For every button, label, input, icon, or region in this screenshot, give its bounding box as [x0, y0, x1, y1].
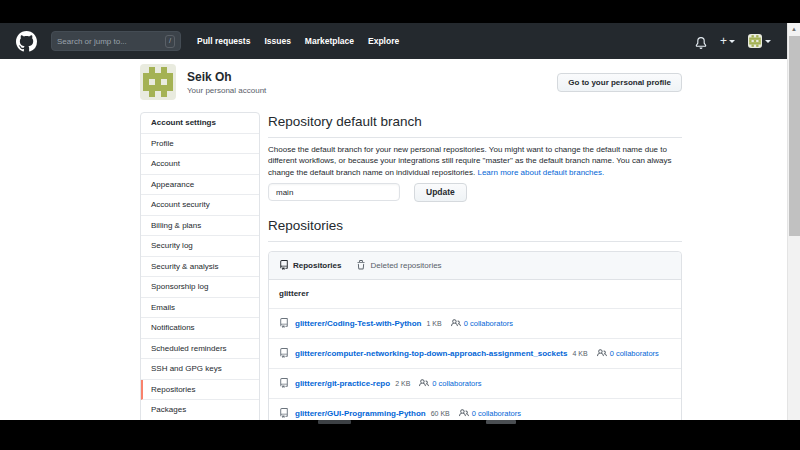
bell-icon[interactable]	[695, 35, 707, 47]
nav-explore[interactable]: Explore	[368, 36, 399, 46]
repo-row: glitterer/computer-networking-top-down-a…	[269, 339, 681, 369]
create-new-button[interactable]: +	[720, 35, 735, 47]
scroll-up-icon[interactable]: ▲	[788, 23, 800, 34]
tab-repositories[interactable]: Repositories	[279, 260, 341, 270]
sidebar-item-packages[interactable]: Packages	[141, 400, 259, 421]
default-branch-description-text: Choose the default branch for your new p…	[268, 145, 672, 177]
sidebar-item-account-security[interactable]: Account security	[141, 195, 259, 216]
repo-link[interactable]: glitterer/git-practice-repo	[295, 379, 390, 388]
scrollbar-thumb[interactable]	[789, 36, 800, 236]
update-button[interactable]: Update	[414, 183, 467, 202]
default-branch-title: Repository default branch	[268, 112, 682, 138]
sidebar-item-profile[interactable]: Profile	[141, 134, 259, 155]
user-menu-button[interactable]	[748, 34, 771, 48]
github-header: Search or jump to... / Pull requests Iss…	[0, 23, 787, 59]
sidebar-item-ssh-gpg-keys[interactable]: SSH and GPG keys	[141, 359, 259, 380]
collaborators-link[interactable]: 0 collaborators	[464, 319, 513, 328]
screen: Search or jump to... / Pull requests Iss…	[0, 0, 800, 450]
repo-icon	[279, 348, 289, 358]
default-branch-form: Update	[268, 183, 682, 202]
learn-more-link[interactable]: Learn more about default branches.	[477, 168, 604, 177]
nav-pull-requests[interactable]: Pull requests	[197, 36, 250, 46]
collaborators[interactable]: 0 collaborators	[597, 348, 659, 358]
caret-down-icon	[765, 40, 771, 43]
repo-icon	[279, 408, 289, 418]
nav-marketplace[interactable]: Marketplace	[305, 36, 354, 46]
repo-owner-header: glitterer	[269, 280, 681, 309]
profile-avatar	[140, 64, 176, 100]
profile-header: Seik Oh Your personal account Go to your…	[140, 64, 682, 100]
search-placeholder: Search or jump to...	[57, 37, 165, 46]
tab-deleted-repositories[interactable]: Deleted repositories	[356, 260, 441, 270]
plus-icon: +	[720, 35, 727, 47]
sidebar-item-scheduled-reminders[interactable]: Scheduled reminders	[141, 339, 259, 360]
slash-shortcut-badge: /	[165, 35, 175, 48]
repositories-title: Repositories	[268, 216, 682, 242]
scrubber-remnant	[318, 420, 351, 424]
repo-size: 2 KB	[395, 380, 410, 387]
sidebar-item-billing-plans[interactable]: Billing & plans	[141, 216, 259, 237]
repositories-tabs: Repositories Deleted repositories	[269, 252, 681, 280]
go-to-profile-button[interactable]: Go to your personal profile	[557, 73, 682, 92]
repo-size: 4 KB	[572, 350, 587, 357]
sidebar-item-appearance[interactable]: Appearance	[141, 175, 259, 196]
nav-issues[interactable]: Issues	[264, 36, 290, 46]
tab-repositories-label: Repositories	[293, 261, 341, 270]
sidebar-item-account[interactable]: Account	[141, 154, 259, 175]
default-branch-input[interactable]	[268, 183, 400, 201]
repo-icon	[279, 260, 289, 270]
header-nav: Pull requests Issues Marketplace Explore	[197, 36, 399, 46]
collaborators[interactable]: 0 collaborators	[451, 318, 513, 328]
collaborators-link[interactable]: 0 collaborators	[472, 409, 521, 418]
header-right: +	[695, 34, 787, 48]
repo-link[interactable]: glitterer/computer-networking-top-down-a…	[295, 349, 567, 358]
search-input[interactable]: Search or jump to... /	[51, 31, 181, 51]
sidebar-item-security-log[interactable]: Security log	[141, 236, 259, 257]
collaborators-link[interactable]: 0 collaborators	[432, 379, 481, 388]
scrollbar[interactable]: ▲	[787, 23, 800, 420]
collaborators-link[interactable]: 0 collaborators	[610, 349, 659, 358]
letterbox-top	[0, 0, 800, 23]
settings-main: Repository default branch Choose the def…	[268, 112, 682, 443]
people-icon	[597, 348, 607, 358]
repositories-box: Repositories Deleted repositories glitte…	[268, 251, 682, 443]
repo-icon	[279, 378, 289, 388]
default-branch-description: Choose the default branch for your new p…	[268, 144, 682, 178]
collaborators[interactable]: 0 collaborators	[419, 378, 481, 388]
repo-icon	[279, 318, 289, 328]
repo-link[interactable]: glitterer/GUI-Programming-Python	[295, 409, 426, 418]
sidebar-item-security-analysis[interactable]: Security & analysis	[141, 257, 259, 278]
repo-link[interactable]: glitterer/Coding-Test-with-Python	[295, 319, 422, 328]
sidebar-item-account-settings: Account settings	[141, 113, 259, 134]
profile-subtitle: Your personal account	[187, 86, 266, 95]
profile-meta: Seik Oh Your personal account	[187, 70, 266, 95]
repo-size: 1 KB	[427, 320, 442, 327]
sidebar-item-repositories[interactable]: Repositories	[141, 380, 259, 401]
sidebar-item-emails[interactable]: Emails	[141, 298, 259, 319]
letterbox-bottom	[0, 420, 800, 450]
collaborators[interactable]: 0 collaborators	[459, 408, 521, 418]
profile-name: Seik Oh	[187, 70, 266, 84]
settings-sidebar: Account settings Profile Account Appeara…	[140, 112, 260, 441]
sidebar-item-notifications[interactable]: Notifications	[141, 318, 259, 339]
repo-row: glitterer/Coding-Test-with-Python 1 KB 0…	[269, 309, 681, 339]
trash-icon	[356, 260, 366, 270]
people-icon	[459, 408, 469, 418]
header-avatar	[748, 34, 762, 48]
scrubber-remnant	[486, 420, 516, 424]
people-icon	[419, 378, 429, 388]
caret-down-icon	[729, 40, 735, 43]
sidebar-item-sponsorship-log[interactable]: Sponsorship log	[141, 277, 259, 298]
repo-row: glitterer/git-practice-repo 2 KB 0 colla…	[269, 369, 681, 399]
people-icon	[451, 318, 461, 328]
settings-page: Seik Oh Your personal account Go to your…	[140, 64, 682, 443]
repo-size: 60 KB	[431, 410, 450, 417]
tab-deleted-repositories-label: Deleted repositories	[370, 261, 441, 270]
github-logo-icon[interactable]	[16, 31, 37, 52]
